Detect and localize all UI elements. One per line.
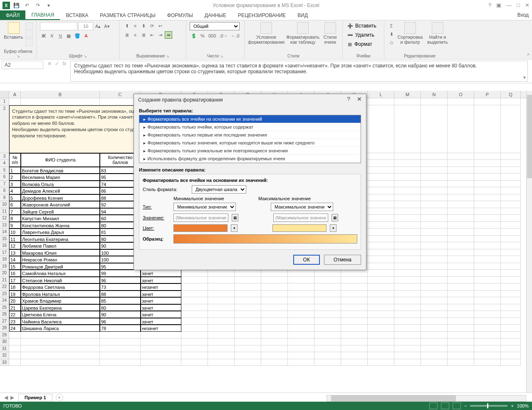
signin-link[interactable]: Вход (517, 12, 529, 18)
cell[interactable] (501, 242, 521, 249)
table-cell[interactable]: 8 (9, 215, 21, 222)
border-icon[interactable]: ▦ (65, 32, 72, 40)
cell[interactable] (235, 325, 261, 332)
cell[interactable] (368, 270, 394, 277)
cell[interactable] (448, 338, 474, 345)
cell[interactable] (421, 236, 448, 243)
cell[interactable] (501, 222, 521, 229)
cell[interactable] (474, 201, 501, 208)
cell[interactable] (9, 359, 21, 366)
table-cell[interactable]: 20 (9, 297, 21, 304)
cell[interactable] (421, 270, 448, 277)
table-cell[interactable]: Чайкина Василиса (21, 318, 100, 325)
column-header[interactable]: Q (501, 91, 521, 98)
cell[interactable] (394, 332, 421, 339)
cell[interactable] (368, 208, 394, 215)
cell[interactable] (261, 345, 288, 353)
sheet-nav-next-icon[interactable]: ▶ (10, 395, 14, 400)
cell[interactable] (368, 201, 394, 208)
fx-icon[interactable]: fx (62, 61, 66, 67)
cell[interactable] (368, 283, 394, 291)
cell[interactable] (448, 215, 474, 222)
zoom-out-button[interactable]: − (464, 403, 467, 408)
cell[interactable] (235, 291, 261, 298)
zoom-in-button[interactable]: + (511, 403, 513, 408)
cell[interactable] (235, 277, 261, 284)
cell[interactable] (501, 359, 521, 366)
cell[interactable] (314, 270, 341, 277)
normal-view-icon[interactable] (429, 403, 438, 409)
cell[interactable] (208, 277, 235, 284)
maximize-icon[interactable]: □ (517, 2, 520, 8)
cell[interactable] (288, 304, 314, 311)
cell[interactable] (394, 98, 421, 105)
table-cell[interactable]: 96 (100, 277, 141, 284)
cell[interactable] (448, 153, 474, 160)
cell[interactable] (368, 167, 394, 174)
cell[interactable] (208, 270, 235, 277)
cell[interactable] (448, 249, 474, 256)
cell[interactable] (341, 338, 368, 345)
cell[interactable] (501, 98, 521, 105)
sort-filter-button[interactable]: Сортировка и фильтр (397, 22, 423, 45)
cell[interactable] (501, 160, 521, 167)
cell[interactable] (501, 153, 521, 160)
table-cell[interactable]: 90 (100, 311, 141, 318)
row-header[interactable]: 20 (0, 270, 9, 277)
cell[interactable] (235, 338, 261, 345)
cell[interactable] (235, 311, 261, 318)
column-header[interactable]: L (368, 91, 394, 98)
cell[interactable] (394, 304, 421, 311)
cell[interactable] (501, 263, 521, 270)
table-cell[interactable]: Некрасов Роман (21, 256, 100, 263)
cell[interactable] (368, 242, 394, 249)
table-cell[interactable]: зачет (141, 304, 181, 311)
cell[interactable] (474, 249, 501, 256)
increase-font-icon[interactable]: A▴ (94, 22, 102, 30)
cell[interactable] (394, 215, 421, 222)
table-cell[interactable]: Капустин Михаил (21, 215, 100, 222)
cell[interactable] (181, 352, 208, 359)
cell[interactable] (368, 105, 394, 153)
cell[interactable] (421, 153, 448, 160)
cell[interactable] (181, 332, 208, 339)
cell[interactable] (421, 194, 448, 201)
cell[interactable] (474, 304, 501, 311)
cell[interactable] (261, 325, 288, 332)
dialog-help-icon[interactable]: ? (344, 96, 353, 104)
cell[interactable] (421, 318, 448, 325)
cell[interactable] (368, 297, 394, 304)
font-name-input[interactable] (40, 22, 77, 30)
table-cell[interactable]: 6 (9, 201, 21, 208)
cell[interactable] (421, 181, 448, 188)
cell[interactable] (474, 105, 501, 153)
cell[interactable] (235, 304, 261, 311)
cell[interactable] (448, 105, 474, 153)
row-header[interactable]: 8 (0, 187, 9, 194)
cell[interactable] (181, 277, 208, 284)
cell[interactable] (288, 345, 314, 353)
cell[interactable] (235, 270, 261, 277)
table-cell[interactable]: Зайцев Сергей (21, 208, 100, 215)
merge-center-button[interactable]: ⬌ (165, 31, 172, 39)
cell[interactable] (21, 98, 100, 105)
cell[interactable] (448, 283, 474, 291)
cell[interactable] (394, 201, 421, 208)
cell[interactable] (448, 270, 474, 277)
table-cell[interactable]: Константинова Жанна (21, 222, 100, 229)
cell[interactable] (421, 208, 448, 215)
cell[interactable] (501, 345, 521, 353)
cell[interactable] (261, 338, 288, 345)
table-cell[interactable]: Фролова Наталья (21, 291, 100, 298)
number-format-select[interactable]: Общий (190, 22, 240, 30)
table-cell[interactable]: Храмов Владимир (21, 297, 100, 304)
table-cell[interactable]: Дорофеева Ксения (21, 194, 100, 201)
table-cell[interactable]: Степанов Николай (21, 277, 100, 284)
font-size-input[interactable] (78, 22, 93, 30)
cell[interactable] (100, 338, 141, 345)
table-cell[interactable]: 15 (9, 263, 21, 270)
cell[interactable] (421, 160, 448, 167)
font-launcher-icon[interactable]: ↘ (84, 54, 87, 58)
cell[interactable] (474, 297, 501, 304)
cell[interactable] (421, 297, 448, 304)
